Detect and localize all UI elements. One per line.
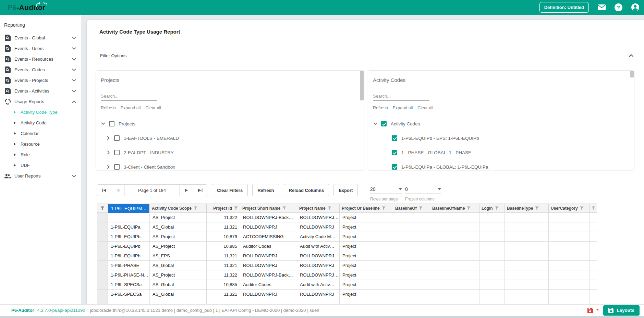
table-cell[interactable]	[430, 213, 479, 222]
table-cell[interactable]	[430, 222, 479, 232]
chevron-right-icon[interactable]	[106, 165, 111, 169]
checkbox[interactable]	[109, 121, 114, 126]
table-cell[interactable]: 11,321	[207, 261, 240, 270]
sidebar-subitem-role[interactable]: Role	[0, 149, 81, 160]
table-cell[interactable]: ROLLDOWNPRJ	[240, 290, 297, 299]
table-cell[interactable]: Project	[340, 242, 393, 251]
table-cell[interactable]	[505, 251, 549, 261]
table-cell[interactable]	[207, 299, 240, 305]
table-cell[interactable]: 11,321	[207, 222, 240, 232]
projects-scrollbar-thumb[interactable]	[360, 71, 364, 100]
table-cell[interactable]	[479, 232, 505, 242]
filter-funnel-icon[interactable]	[592, 206, 595, 210]
table-cell[interactable]	[549, 242, 590, 251]
table-cell[interactable]: Audit with Activ…	[297, 242, 340, 251]
table-cell[interactable]: 10,885	[207, 280, 240, 290]
tree-row-3-client-client-sandbox[interactable]: 3-Client - Client Sandbox	[96, 160, 359, 170]
sidebar-subitem-resource[interactable]: Resource	[0, 139, 81, 149]
table-cell[interactable]: ROLLDOWNPRJ…	[297, 270, 340, 280]
column-header-usercategory[interactable]: UserCategory	[549, 204, 590, 213]
link-refresh[interactable]: Refresh	[373, 106, 388, 110]
chevron-right-icon[interactable]	[106, 136, 111, 140]
table-cell[interactable]	[505, 280, 549, 290]
table-cell[interactable]	[150, 299, 207, 305]
table-cell[interactable]	[479, 251, 505, 261]
sidebar-item-user-reports[interactable]: User Reports	[0, 171, 81, 181]
column-header-baselineofname[interactable]: BaselineOfName	[430, 204, 479, 213]
filter-funnel-icon[interactable]	[467, 206, 471, 210]
pager-prev-button[interactable]	[111, 185, 125, 196]
rows-per-page-select[interactable]: 20	[370, 184, 402, 194]
table-cell[interactable]: 1-P6L-EQUIPa	[108, 222, 150, 232]
account-icon[interactable]	[631, 3, 639, 11]
column-header-project-name[interactable]: Project Name	[297, 204, 340, 213]
table-cell[interactable]: 1-P6L-SPECSa	[108, 280, 150, 290]
table-cell[interactable]: Project	[340, 213, 393, 222]
table-cell[interactable]: 1-P6L-EQUIPM…	[108, 204, 149, 213]
table-cell[interactable]: Audit with Activ…	[297, 280, 340, 290]
column-header-project-or-baseline[interactable]: Project Or Baseline	[340, 204, 393, 213]
link-clear-all[interactable]: Clear all	[145, 106, 161, 110]
sidebar-item-events-codes[interactable]: Events - Codes	[0, 64, 81, 75]
table-cell[interactable]: Project	[340, 251, 393, 261]
definition-button[interactable]: Definition: Untitled	[539, 2, 589, 13]
column-header-activity-code-scope[interactable]: Activity Code Scope	[150, 204, 207, 213]
table-cell[interactable]: 11,322	[207, 270, 240, 280]
table-cell[interactable]	[479, 222, 505, 232]
filter-funnel-icon[interactable]	[234, 206, 238, 210]
row-filter-header[interactable]	[97, 204, 108, 213]
checkbox[interactable]	[392, 135, 397, 141]
table-cell[interactable]	[549, 232, 590, 242]
table-cell[interactable]: 1-P6L-PHASE	[108, 261, 150, 270]
table-cell[interactable]	[393, 232, 430, 242]
column-header-baselineof[interactable]: BaselineOf	[393, 204, 430, 213]
table-cell[interactable]: AS_Project	[150, 270, 207, 280]
refresh-button[interactable]: Refresh	[252, 184, 279, 196]
checkbox[interactable]	[392, 164, 397, 170]
sidebar-item-events-users[interactable]: Events - Users	[0, 43, 81, 54]
table-cell[interactable]	[430, 242, 479, 251]
table-cell[interactable]	[549, 222, 590, 232]
table-cell[interactable]	[393, 213, 430, 222]
table-cell[interactable]	[549, 251, 590, 261]
chevron-up-icon[interactable]	[629, 54, 634, 57]
table-cell[interactable]: Project	[340, 270, 393, 280]
table-cell[interactable]: 11,321	[207, 251, 240, 261]
table-cell[interactable]	[430, 232, 479, 242]
tree-row-1-p6l-equipa-global-1-p6l-equipa[interactable]: 1-P6L-EQUIPa - GLOBAL: 1-P6L-EQUIPa	[368, 160, 629, 170]
table-cell[interactable]	[505, 232, 549, 242]
table-cell[interactable]	[549, 213, 590, 222]
column-header-project-id[interactable]: Project Id	[207, 204, 240, 213]
table-cell[interactable]	[393, 270, 430, 280]
table-cell[interactable]	[430, 261, 479, 270]
table-cell[interactable]	[549, 290, 590, 299]
table-cell[interactable]	[393, 299, 430, 305]
table-cell[interactable]: 10,885	[207, 242, 240, 251]
sidebar-subitem-udf[interactable]: UDF	[0, 160, 81, 171]
link-refresh[interactable]: Refresh	[101, 106, 116, 110]
table-cell[interactable]	[479, 242, 505, 251]
table-cell[interactable]	[479, 280, 505, 290]
table-cell[interactable]: Auditor Codes	[240, 280, 297, 290]
tree-row-activity-codes[interactable]: Activity Codes	[368, 117, 629, 131]
table-cell[interactable]	[393, 261, 430, 270]
table-cell[interactable]: 1-P6L-SPECSa	[108, 290, 150, 299]
checkbox[interactable]	[381, 121, 387, 126]
table-cell[interactable]	[479, 213, 505, 222]
chevron-down-icon[interactable]	[373, 122, 378, 125]
table-cell[interactable]	[240, 299, 297, 305]
layouts-button[interactable]: Layouts	[603, 305, 640, 316]
table-cell[interactable]: AS_Project	[150, 242, 207, 251]
table-cell[interactable]	[505, 270, 549, 280]
table-cell[interactable]: 1-P6L-EQUIPb	[108, 251, 150, 261]
table-cell[interactable]: 1-P6L-PHASE-N…	[108, 270, 150, 280]
table-cell[interactable]	[549, 270, 590, 280]
table-cell[interactable]: Project	[340, 280, 393, 290]
table-cell[interactable]	[430, 290, 479, 299]
table-cell[interactable]	[430, 299, 479, 305]
trailing-filter-header[interactable]	[590, 204, 597, 213]
table-cell[interactable]: ROLLDOWNPRJ	[240, 261, 297, 270]
unsaved-save-icon[interactable]	[587, 308, 593, 313]
table-cell[interactable]	[430, 270, 479, 280]
sidebar-item-events-activities[interactable]: Events - Activities	[0, 86, 81, 96]
